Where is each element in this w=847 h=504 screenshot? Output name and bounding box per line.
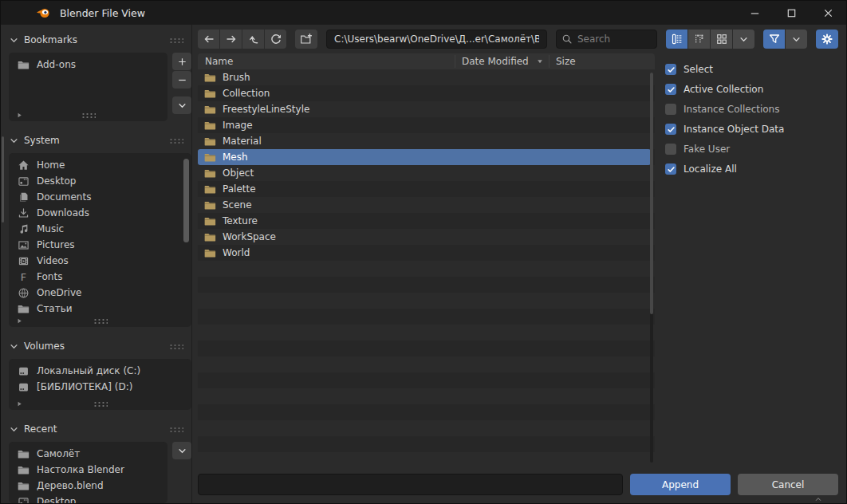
- system-item[interactable]: Статьи: [9, 301, 191, 317]
- volume-item[interactable]: Локальный диск (C:): [9, 363, 191, 379]
- resize-grip[interactable]: [93, 401, 108, 407]
- resize-grip[interactable]: [93, 318, 108, 324]
- resize-handle-icon[interactable]: [16, 317, 23, 325]
- expand-panel-icon[interactable]: [813, 495, 824, 503]
- recent-header[interactable]: Recent: [9, 420, 191, 438]
- sidebar-scrollbar[interactable]: [2, 136, 4, 222]
- bookmarks-menu-button[interactable]: [172, 96, 191, 114]
- file-row[interactable]: Brush: [198, 69, 655, 85]
- system-item[interactable]: Desktop: [9, 173, 191, 189]
- panel-grip[interactable]: [169, 427, 183, 432]
- maximize-button[interactable]: [773, 1, 810, 25]
- vertical-list-view-button[interactable]: [666, 30, 687, 49]
- filename-input[interactable]: [198, 474, 623, 495]
- checkbox[interactable]: [665, 144, 676, 155]
- bookmarks-header[interactable]: Bookmarks: [9, 31, 191, 49]
- system-item[interactable]: Videos: [9, 253, 191, 269]
- system-item-label: Documents: [37, 191, 91, 203]
- system-list-scrollbar[interactable]: [183, 159, 189, 242]
- volumes-list: Локальный диск (C:) [БИБЛИОТЕКА] (D:): [9, 359, 191, 410]
- system-list: Home Desktop Documents: [9, 153, 191, 327]
- bookmark-item[interactable]: Add-ons: [9, 57, 167, 73]
- remove-bookmark-button[interactable]: [172, 71, 191, 89]
- file-name: Palette: [223, 183, 256, 195]
- recent-item[interactable]: Дерево.blend: [9, 478, 167, 494]
- panel-grip[interactable]: [169, 37, 183, 43]
- back-button[interactable]: [198, 30, 219, 49]
- system-item[interactable]: Music: [9, 221, 191, 237]
- system-item[interactable]: Home: [9, 157, 191, 173]
- column-name[interactable]: Name: [205, 56, 233, 67]
- system-item[interactable]: Downloads: [9, 205, 191, 221]
- forward-button[interactable]: [220, 30, 242, 49]
- column-date-modified[interactable]: Date Modified: [462, 56, 529, 67]
- recent-menu-button[interactable]: [172, 442, 191, 459]
- panel-grip[interactable]: [169, 344, 183, 349]
- column-divider[interactable]: [455, 55, 455, 68]
- close-button[interactable]: [810, 1, 846, 25]
- home-icon: [18, 159, 30, 171]
- recent-item[interactable]: Desktop: [9, 494, 167, 503]
- resize-handle-icon[interactable]: [16, 112, 23, 119]
- checkbox[interactable]: [665, 84, 676, 95]
- resize-handle-icon[interactable]: [16, 400, 23, 408]
- volumes-header[interactable]: Volumes: [9, 337, 191, 355]
- file-row[interactable]: Material: [198, 133, 655, 149]
- minimize-button[interactable]: [736, 1, 773, 25]
- file-row[interactable]: World: [198, 245, 655, 261]
- checkbox[interactable]: [665, 124, 676, 135]
- file-row[interactable]: Texture: [198, 213, 655, 229]
- option-row[interactable]: Instance Object Data: [665, 124, 846, 135]
- filter-settings-dropdown[interactable]: [786, 30, 807, 49]
- option-row[interactable]: Fake User: [665, 144, 846, 155]
- option-row[interactable]: Localize All: [665, 163, 846, 175]
- checkbox[interactable]: [665, 163, 676, 175]
- file-row[interactable]: Image: [198, 117, 655, 133]
- file-name: World: [223, 247, 250, 258]
- system-panel: System Home: [9, 132, 191, 327]
- music-icon: [18, 223, 30, 235]
- create-folder-button[interactable]: [295, 30, 317, 49]
- system-item[interactable]: Pictures: [9, 237, 191, 253]
- file-row[interactable]: WorkSpace: [198, 229, 655, 245]
- checkbox[interactable]: [665, 64, 676, 75]
- volume-item[interactable]: [БИБЛИОТЕКА] (D:): [9, 379, 191, 395]
- resize-grip[interactable]: [81, 112, 96, 118]
- file-row[interactable]: Object: [198, 165, 655, 181]
- system-header[interactable]: System: [9, 132, 191, 149]
- recent-item[interactable]: Самолёт: [9, 446, 167, 462]
- file-row[interactable]: Scene: [198, 197, 655, 213]
- file-list-header: Name Date Modified Size: [198, 53, 655, 69]
- recent-item[interactable]: Настолка Blender: [9, 462, 167, 478]
- option-row[interactable]: Select: [665, 64, 846, 75]
- file-row[interactable]: Mesh: [198, 149, 651, 165]
- system-item[interactable]: F Fonts: [9, 269, 191, 285]
- path-input[interactable]: [326, 30, 547, 49]
- cancel-button[interactable]: Cancel: [738, 474, 838, 495]
- system-item[interactable]: OneDrive: [9, 285, 191, 301]
- column-size[interactable]: Size: [556, 56, 576, 67]
- videos-icon: [18, 255, 30, 267]
- checkbox[interactable]: [665, 104, 676, 115]
- file-row[interactable]: Palette: [198, 181, 655, 197]
- append-button[interactable]: Append: [630, 474, 731, 495]
- filter-button[interactable]: [763, 30, 785, 49]
- add-bookmark-button[interactable]: [172, 53, 191, 70]
- display-mode-group: [666, 30, 754, 49]
- refresh-button[interactable]: [265, 30, 286, 49]
- file-row[interactable]: Collection: [198, 85, 655, 101]
- parent-directory-button[interactable]: [242, 30, 264, 49]
- option-row[interactable]: Active Collection: [665, 84, 846, 95]
- bookmarks-title: Bookmarks: [24, 34, 77, 45]
- display-settings-dropdown[interactable]: [733, 30, 754, 49]
- system-item[interactable]: Documents: [9, 189, 191, 205]
- panel-grip[interactable]: [169, 138, 183, 144]
- settings-button[interactable]: [816, 30, 838, 49]
- thumbnail-view-button[interactable]: [711, 30, 732, 49]
- file-row[interactable]: FreestyleLineStyle: [198, 101, 655, 117]
- recent-title: Recent: [24, 423, 57, 435]
- file-list-scrollbar[interactable]: [650, 73, 653, 463]
- horizontal-list-view-button[interactable]: [688, 30, 710, 49]
- option-row[interactable]: Instance Collections: [665, 104, 846, 115]
- column-divider[interactable]: [549, 55, 550, 68]
